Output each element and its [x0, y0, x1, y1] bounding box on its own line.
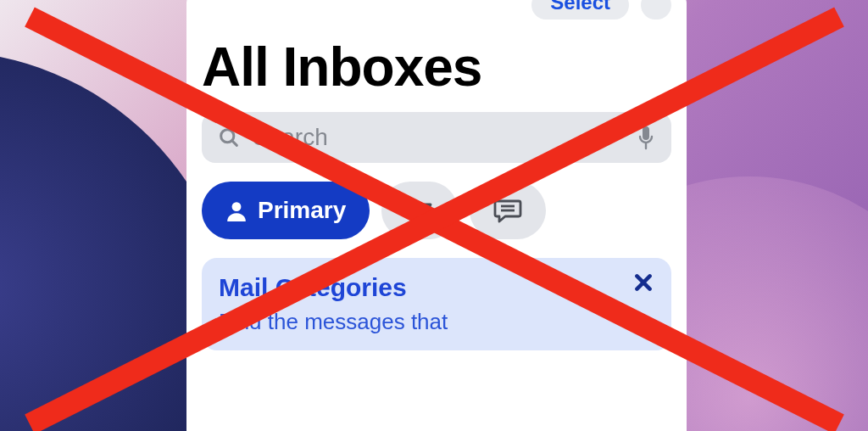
banner-body: Find the messages that: [219, 309, 654, 335]
search-field[interactable]: [202, 112, 671, 163]
page-title: All Inboxes: [202, 36, 671, 98]
category-shopping-pill[interactable]: [381, 182, 458, 239]
topbar: Select: [186, 0, 687, 15]
svg-point-5: [415, 218, 419, 222]
cart-icon: [405, 198, 434, 223]
close-icon: [632, 271, 654, 294]
select-button-label: Select: [550, 0, 610, 14]
svg-point-4: [232, 202, 242, 211]
page-title-area: All Inboxes: [186, 15, 687, 112]
stage: Select All Inboxes: [0, 0, 868, 431]
category-updates-pill[interactable]: [470, 182, 546, 239]
mail-app-window: Select All Inboxes: [186, 0, 687, 431]
category-primary-pill[interactable]: Primary: [202, 182, 370, 239]
svg-point-6: [425, 218, 429, 222]
svg-rect-2: [643, 126, 649, 140]
search-input[interactable]: [253, 124, 624, 151]
person-icon: [225, 199, 248, 221]
select-button[interactable]: Select: [531, 0, 629, 20]
chat-icon: [493, 198, 522, 223]
search-icon: [217, 126, 241, 149]
category-primary-label: Primary: [258, 197, 346, 224]
banner-close-button[interactable]: [629, 268, 658, 297]
microphone-icon[interactable]: [636, 125, 656, 150]
mail-categories-banner: Mail Categories Find the messages that: [202, 258, 671, 350]
category-filter-row: Primary: [186, 163, 687, 258]
svg-line-1: [232, 141, 237, 146]
banner-title: Mail Categories: [219, 273, 654, 302]
